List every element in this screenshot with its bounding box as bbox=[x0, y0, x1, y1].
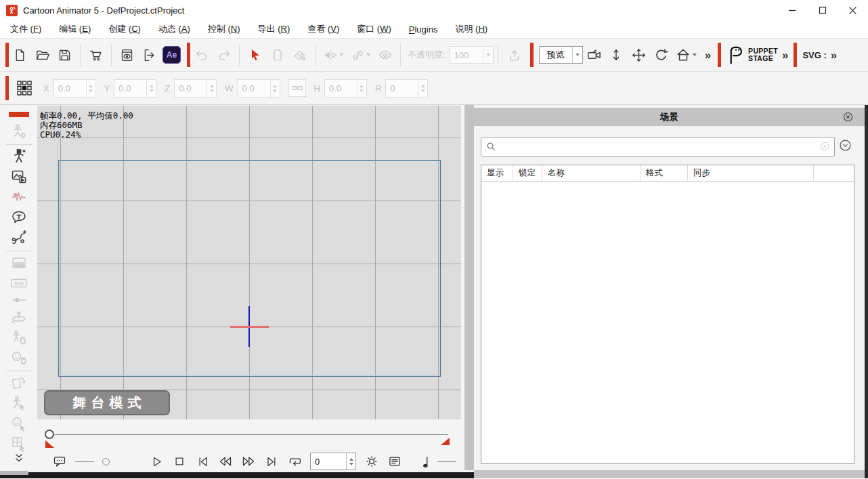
loop-button[interactable] bbox=[287, 454, 302, 469]
search-filter-button[interactable] bbox=[838, 138, 852, 155]
origin-crosshair-horizontal bbox=[230, 326, 269, 328]
window-title: Cartoon Animator 5 - DefProject.ctProjec… bbox=[23, 5, 184, 16]
rotate-3d-button bbox=[9, 309, 29, 325]
scene-search-input[interactable] bbox=[500, 142, 819, 152]
playback-bar bbox=[37, 419, 461, 472]
sidebar-separator bbox=[6, 144, 32, 145]
menu-file[interactable]: 文件 (F) bbox=[1, 20, 50, 38]
cart-icon bbox=[89, 47, 104, 62]
anchor-point-button[interactable] bbox=[13, 77, 35, 100]
move-tool-button[interactable] bbox=[628, 43, 650, 66]
transform-field-y: Y bbox=[104, 79, 157, 98]
column-name[interactable]: 名称 bbox=[542, 165, 641, 181]
create-audio-button[interactable] bbox=[9, 189, 29, 205]
double-chevron-down-icon bbox=[14, 453, 24, 463]
column-lock[interactable]: 锁定 bbox=[513, 165, 542, 181]
frame-number-input[interactable] bbox=[310, 453, 356, 470]
opacity-value: 100 bbox=[450, 47, 483, 63]
close-button[interactable] bbox=[838, 0, 868, 20]
frame-step-down[interactable] bbox=[349, 463, 353, 465]
frame-step-up[interactable] bbox=[349, 458, 353, 461]
render-settings-button[interactable] bbox=[364, 454, 379, 469]
play-range-start-marker[interactable] bbox=[45, 440, 54, 448]
library-grid-icon bbox=[11, 255, 27, 271]
menu-export[interactable]: 导出 (R) bbox=[249, 20, 299, 38]
create-media-button[interactable] bbox=[9, 169, 29, 185]
menu-edit[interactable]: 编辑 (E) bbox=[50, 20, 100, 38]
svg-section-chevron[interactable]: » bbox=[831, 49, 837, 61]
menu-animation[interactable]: 动态 (A) bbox=[150, 20, 199, 38]
timeline-playhead[interactable] bbox=[45, 430, 54, 439]
volume-slider-track[interactable] bbox=[437, 461, 456, 462]
rotate-tool-button[interactable] bbox=[650, 43, 672, 66]
create-actor-button[interactable] bbox=[9, 148, 29, 165]
visibility-button bbox=[374, 43, 396, 66]
timeline-panel-button[interactable] bbox=[387, 454, 402, 469]
export-button[interactable] bbox=[138, 43, 160, 66]
panel-splitter[interactable] bbox=[464, 105, 474, 470]
go-to-end-button[interactable] bbox=[264, 454, 279, 469]
preview-mode-dropdown[interactable]: 预览 bbox=[539, 46, 583, 64]
save-project-button[interactable] bbox=[53, 43, 76, 66]
actor-icon bbox=[11, 148, 27, 165]
column-sync[interactable]: 同步 bbox=[688, 165, 814, 181]
flip-button bbox=[320, 43, 347, 66]
scene-list[interactable] bbox=[481, 182, 854, 463]
sidebar-accent-bar bbox=[9, 112, 29, 117]
reset-view-button[interactable] bbox=[672, 43, 701, 66]
camera-button[interactable] bbox=[583, 43, 605, 66]
timeline-track[interactable] bbox=[49, 434, 448, 435]
rotate-3d-icon bbox=[11, 309, 27, 325]
scene-panel-title: 场景 bbox=[660, 111, 678, 123]
select-tool-button[interactable] bbox=[244, 43, 266, 66]
dialog-opacity-slider-track[interactable] bbox=[75, 461, 94, 462]
menu-view[interactable]: 查看 (V) bbox=[299, 20, 348, 38]
import-icon bbox=[506, 48, 521, 62]
scene-table: 显示 锁定 名称 格式 同步 bbox=[481, 165, 854, 464]
minimize-button[interactable] bbox=[777, 0, 807, 20]
opacity-label: 不透明度: bbox=[408, 49, 446, 61]
sidebar-separator bbox=[6, 371, 32, 371]
play-range-end-marker[interactable] bbox=[441, 438, 450, 445]
open-project-button[interactable] bbox=[31, 43, 53, 66]
menu-create[interactable]: 创建 (C) bbox=[100, 20, 150, 38]
puppet-stage-button[interactable]: PUPPET STAGE » bbox=[726, 45, 792, 65]
menu-window[interactable]: 窗口 (W) bbox=[348, 20, 400, 38]
scene-search-box[interactable] bbox=[481, 137, 835, 157]
dialog-opacity-slider-knob[interactable] bbox=[102, 458, 110, 465]
scene-panel: 场景 显示 锁定 名称 格式 同步 bbox=[474, 105, 865, 478]
toolbar-overflow-chevron[interactable]: » bbox=[705, 49, 711, 61]
new-project-button[interactable] bbox=[9, 43, 31, 66]
column-show[interactable]: 显示 bbox=[481, 165, 513, 181]
dialog-opacity-button[interactable] bbox=[52, 454, 67, 469]
preview-dropdown-caret bbox=[572, 47, 582, 63]
sidebar-collapse-button[interactable] bbox=[14, 453, 24, 463]
render-preview-button[interactable] bbox=[116, 43, 138, 66]
horizontal-scrollbar-thumb[interactable] bbox=[0, 471, 28, 475]
step-back-button[interactable] bbox=[218, 454, 233, 469]
preview-monitor-icon bbox=[120, 48, 134, 62]
create-motion-path-button[interactable] bbox=[9, 230, 29, 246]
content-store-button[interactable] bbox=[85, 43, 107, 66]
transform-field-r: R bbox=[375, 79, 428, 98]
step-forward-button[interactable] bbox=[241, 454, 256, 469]
svg-text:SVG: SVG bbox=[14, 281, 24, 286]
menu-help[interactable]: 说明 (H) bbox=[446, 20, 496, 38]
select-face-button bbox=[9, 415, 29, 432]
column-format[interactable]: 格式 bbox=[641, 165, 688, 181]
menu-control[interactable]: 控制 (N) bbox=[199, 20, 249, 38]
toolbar-separator bbox=[315, 44, 316, 66]
play-button[interactable] bbox=[149, 454, 164, 469]
svg-badge-icon: SVG bbox=[10, 275, 28, 291]
menu-plugins[interactable]: Plugins bbox=[400, 22, 447, 37]
scene-panel-close-button[interactable] bbox=[842, 111, 854, 125]
stop-button[interactable] bbox=[172, 454, 187, 469]
stage-canvas[interactable]: 帧率0.00, 平均值0.00 内存606MB CPU0.24% 舞台模式 bbox=[37, 106, 461, 419]
home-dropdown-caret bbox=[693, 54, 697, 56]
ground-snap-button[interactable] bbox=[605, 43, 628, 66]
maximize-button[interactable] bbox=[807, 0, 838, 20]
after-effects-button[interactable]: Ae bbox=[160, 43, 183, 66]
go-to-start-button[interactable] bbox=[195, 454, 210, 469]
create-text-button[interactable] bbox=[9, 209, 29, 226]
audio-volume-button[interactable] bbox=[418, 454, 429, 469]
